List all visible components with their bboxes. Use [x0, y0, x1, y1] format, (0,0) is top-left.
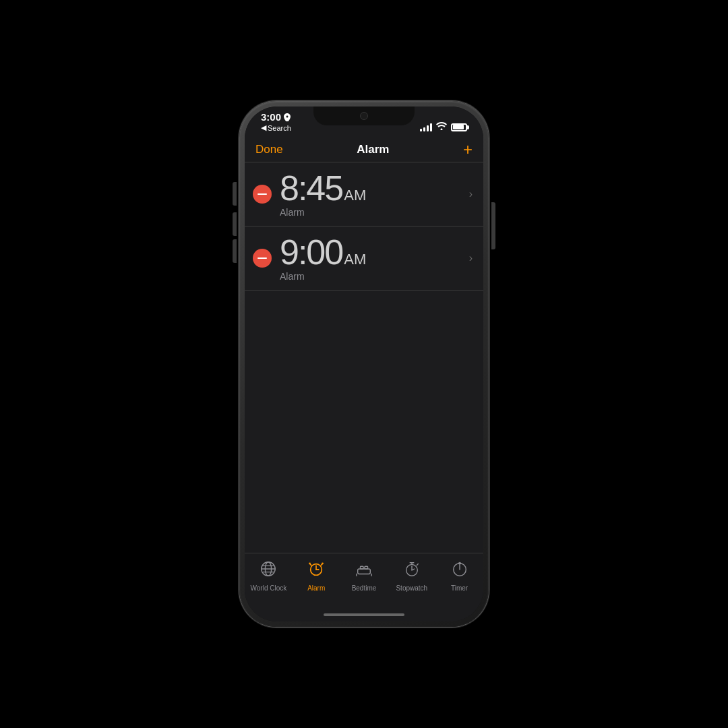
add-alarm-button[interactable]: +: [463, 142, 473, 158]
wifi-icon: [436, 122, 447, 132]
camera: [360, 112, 368, 120]
phone-frame: 3:00 ◀ Search: [239, 101, 489, 627]
alarm-time-display: 9:00AM: [280, 235, 464, 270]
tab-bedtime-label: Bedtime: [352, 584, 377, 592]
alarm-label: Alarm: [280, 207, 464, 218]
tab-bar: World Clock: [245, 553, 483, 608]
phone-body: 3:00 ◀ Search: [245, 107, 483, 621]
status-right: [420, 122, 467, 132]
delete-alarm-button[interactable]: [253, 249, 272, 268]
svg-rect-9: [360, 566, 363, 569]
tab-bedtime[interactable]: Bedtime: [340, 560, 388, 592]
signal-icon: [420, 123, 432, 131]
timer-icon: [451, 560, 468, 582]
back-label: Search: [268, 124, 291, 132]
screen: 3:00 ◀ Search: [245, 107, 483, 621]
notch: [313, 107, 415, 125]
tab-timer[interactable]: Timer: [435, 560, 483, 592]
location-icon: [284, 113, 291, 121]
alarm-list: 8:45AM Alarm › 9:00AM Alarm: [245, 162, 483, 553]
tab-world-clock-label: World Clock: [251, 584, 287, 592]
alarm-label: Alarm: [280, 271, 464, 282]
alarm-item[interactable]: 8:45AM Alarm ›: [245, 162, 483, 226]
nav-title: Alarm: [357, 143, 389, 156]
tab-world-clock[interactable]: World Clock: [245, 560, 293, 592]
stopwatch-icon: [403, 560, 421, 582]
tab-alarm-label: Alarm: [307, 584, 325, 592]
status-back[interactable]: ◀ Search: [261, 123, 291, 132]
time-display: 3:00: [261, 111, 281, 123]
alarm-icon: [307, 560, 325, 582]
status-left: 3:00 ◀ Search: [261, 111, 291, 132]
alarm-item[interactable]: 9:00AM Alarm ›: [245, 226, 483, 291]
tab-timer-label: Timer: [451, 584, 468, 592]
tab-alarm[interactable]: Alarm: [293, 560, 340, 592]
home-indicator[interactable]: [245, 608, 483, 621]
chevron-right-icon: ›: [469, 188, 473, 200]
bedtime-icon: [355, 560, 373, 582]
tab-stopwatch[interactable]: Stopwatch: [388, 560, 435, 592]
done-button[interactable]: Done: [255, 143, 283, 156]
svg-rect-10: [365, 566, 368, 569]
world-clock-icon: [260, 560, 277, 582]
delete-alarm-button[interactable]: [253, 185, 272, 204]
alarm-time-display: 8:45AM: [280, 171, 464, 206]
svg-rect-8: [358, 569, 371, 574]
tab-stopwatch-label: Stopwatch: [396, 584, 427, 592]
alarm-time-block: 9:00AM Alarm: [280, 235, 464, 282]
alarm-time-block: 8:45AM Alarm: [280, 171, 464, 218]
navigation-bar: Done Alarm +: [245, 136, 483, 162]
battery-icon: [451, 123, 467, 131]
back-arrow: ◀: [261, 123, 266, 132]
chevron-right-icon: ›: [469, 252, 473, 264]
status-time: 3:00: [261, 111, 291, 123]
svg-line-18: [417, 564, 418, 566]
